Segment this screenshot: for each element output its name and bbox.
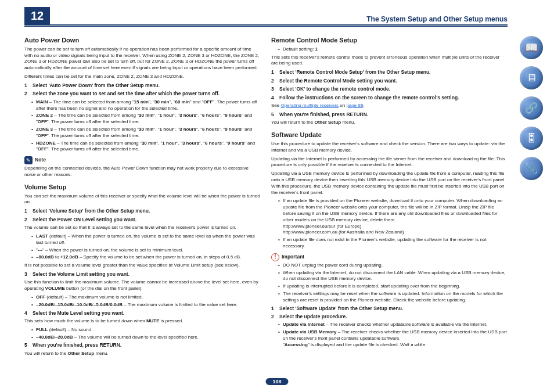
bullet: OFF (default) – The maximum volume is no… [31,294,261,301]
important-header: ! Important [271,253,508,261]
vol-p2: The volume can be set so that it is alwa… [24,225,261,231]
sw-step1: 1Select 'Software Update' from the Other… [271,305,508,312]
remote-default: Default setting: 1 [271,46,508,53]
footer-page-number: 108 [265,378,288,385]
apd-note: Depending on the connected devices, the … [24,166,261,178]
link-operating-multiple[interactable]: Operating multiple receivers [280,103,339,108]
network-icon[interactable]: 🔗 [520,96,543,120]
bullet: MAIN – The time can be selected from amo… [31,99,261,112]
bullet: LAST (default) – When the power is turne… [31,233,261,246]
right-column: Remote Control Mode Setup Default settin… [271,36,508,359]
bullet: "---" – When the power is turned on, the… [31,247,261,254]
remote-p2: You will return to the Other Setup menu. [271,120,508,126]
note-icon: ✎ [24,156,33,164]
vol-intro: You can set the maximum volume of this r… [24,193,261,206]
note-header: ✎ Note [24,156,261,164]
remote-step5: 5When you're finished, press RETURN. [271,112,508,118]
apd-steps: 1Select 'Auto Power Down' from the Other… [24,82,261,98]
heading-auto-power-down: Auto Power Down [24,36,261,45]
page-number-box: 12 [24,7,50,24]
vol-p6: You will return to the Other Setup menu. [24,351,261,357]
vol-bullets2: LAST (default) – When the power is turne… [24,233,261,261]
remote-icon[interactable]: 🎛 [520,127,543,150]
sidebar-icons: 📖🖥🔗🎛📎 [517,36,546,180]
bullet: ZONE 3 – The time can be selected from a… [31,127,261,139]
vol-bullets3: OFF (default) – The maximum volume is no… [24,294,261,308]
bullet: DO NOT unplug the power cord during upda… [278,262,508,269]
sw-important-bullets: DO NOT unplug the power cord during upda… [271,262,508,304]
bullet: FULL (default) – No sound. [31,327,261,333]
bullet: –40.0dB/–20.0dB – The volume will be tur… [31,335,261,341]
sw-p1: Use this procedure to update the receive… [271,141,508,154]
bullet: If updating is interrupted before it is … [278,283,508,290]
step: 3Select 'OK' to change the remote contro… [271,86,508,92]
sw-bullets1: If an update file is provided on the Pio… [271,198,508,249]
header-rule-thin [24,26,508,27]
important-label: Important [282,254,304,260]
heading-volume-setup: Volume Setup [24,183,261,192]
step: 1Select 'Auto Power Down' from the Other… [24,82,261,89]
bullet: –80.0dB to +12.0dB – Specify the volume … [31,254,261,261]
bullet: –20.0dB/–15.0dB/–10.0dB/–5.0dB/0.0dB – T… [31,302,261,308]
apd-bullets: MAIN – The time can be selected from amo… [24,99,261,153]
book-icon[interactable]: 📖 [520,36,543,59]
vol-step1: 1Select 'Volume Setup' from the Other Se… [24,208,261,214]
vol-step3: 3Select the Volume Limit setting you wan… [24,271,261,278]
bullet: The receiver's settings may be reset whe… [278,291,508,304]
remote-steps: 1Select 'Remote Control Mode Setup' from… [271,69,508,101]
bullet: HDZONE – The time can be selected from a… [31,141,261,153]
sw-p2: Updating via the Internet is performed b… [271,156,508,169]
step: 2Select the Remote Control Mode setting … [271,78,508,84]
link-page-89[interactable]: page 89 [346,103,363,108]
left-column: Auto Power Down The power can be set to … [24,36,261,359]
vol-step4: 4Select the Mute Level setting you want. [24,310,261,317]
step: 2Select the zone you want to set and set… [24,91,261,97]
sw-step2: 2Select the update procedure. [271,314,508,320]
devices-icon[interactable]: 🖥 [520,66,543,89]
step: 1Select 'Remote Control Mode Setup' from… [271,69,508,75]
vol-step2: 2Select the Power ON Level setting you w… [24,217,261,223]
vol-p3: It is not possible to set a volume level… [24,262,261,269]
heading-software-update: Software Update [271,131,508,139]
sw-p3: Updating via a USB memory device is perf… [271,171,508,196]
append-icon[interactable]: 📎 [520,157,543,180]
heading-remote: Remote Control Mode Setup [271,36,508,45]
header-rule [24,24,508,26]
bullet: When updating via the Internet, do not d… [278,270,508,283]
bullet: Update via Internet – The receiver check… [278,322,508,328]
remote-p1: This sets this receiver's remote control… [271,55,508,67]
note-label: Note [35,157,46,163]
content-area: Auto Power Down The power can be set to … [24,36,508,359]
vol-p4: Use this function to limit the maximum v… [24,279,261,292]
bullet: Update via USB Memory – The receiver che… [278,329,508,348]
important-icon: ! [271,253,279,261]
bullet: If an update file does not exist in the … [278,237,508,250]
vol-p5: This sets how much the volume is to be t… [24,318,261,325]
step: 4Follow the instructions on the screen t… [271,95,508,101]
bullet: ZONE 2 – The time can be selected from a… [31,113,261,125]
remote-see: See Operating multiple receivers on page… [271,103,508,109]
bullet: If an update file is provided on the Pio… [278,198,508,236]
sw-bullets2: Update via Internet – The receiver check… [271,322,508,348]
vol-step5: 5When you're finished, press RETURN. [24,342,261,348]
apd-intro2: Different times can be set for the main … [24,74,261,80]
vol-bullets4: FULL (default) – No sound.–40.0dB/–20.0d… [24,327,261,341]
apd-intro: The power can be set to turn off automat… [24,46,261,71]
page-title: The System Setup and Other Setup menus [366,15,508,23]
